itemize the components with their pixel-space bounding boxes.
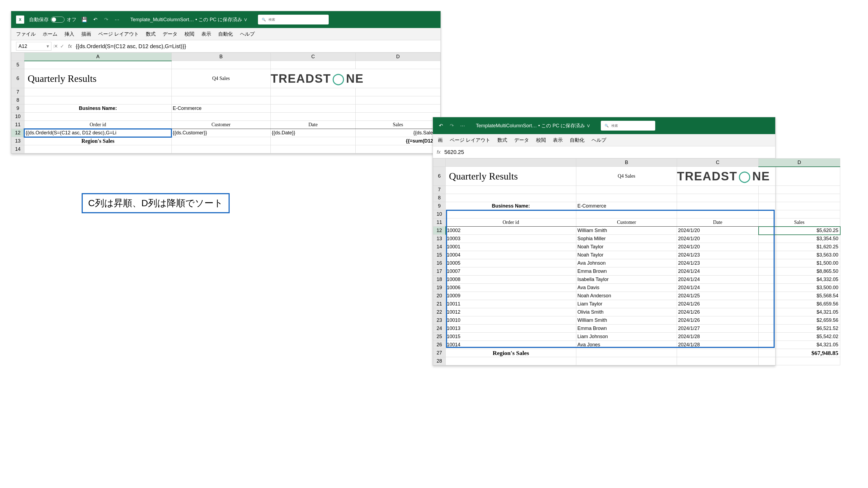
chevron-down-icon[interactable]: ▾ [46,43,49,49]
cell[interactable]: 10003 [446,235,576,243]
cell[interactable]: Olivia Smith [576,308,677,316]
row-header[interactable]: 10 [11,112,25,121]
cell[interactable] [355,104,440,112]
cell[interactable]: Region's Sales [446,349,576,357]
row-header[interactable]: 9 [11,104,25,112]
overflow-icon[interactable]: ⋯ [460,123,466,129]
cell[interactable]: 2024/1/20 [677,235,758,243]
cell[interactable] [271,137,355,145]
cell[interactable]: $1,620.25 [758,243,840,251]
formula-input[interactable] [443,148,775,156]
row-header[interactable]: 22 [433,308,446,316]
autosave-toggle[interactable]: 自動保存 オフ [29,16,76,23]
cell[interactable] [446,210,576,219]
row-header[interactable]: 14 [11,145,25,154]
column-header-cell[interactable]: Order id [446,219,576,227]
redo-icon[interactable]: ↷ [449,123,455,129]
search-input[interactable]: 🔍 検索 [601,121,655,131]
cell[interactable]: 10013 [446,325,576,333]
cell[interactable]: $5,620.25 [758,227,840,235]
row-header[interactable]: 26 [433,341,446,349]
row-header[interactable]: 11 [433,219,446,227]
cell[interactable]: $4,321.05 [758,308,840,316]
row-header[interactable]: 10 [433,210,446,219]
cell[interactable]: Noah Anderson [576,292,677,300]
spreadsheet-grid[interactable]: BCD6Quarterly ResultsQ4 SalesTREADST◯NE7… [433,158,775,365]
cell[interactable]: $3,563.00 [758,251,840,259]
cell[interactable]: William Smith [576,227,677,235]
ribbon-tab[interactable]: 自動化 [570,137,585,143]
cancel-icon[interactable]: ✕ [54,43,58,49]
row-header[interactable]: 19 [433,284,446,292]
cell[interactable]: $1,500.00 [758,259,840,267]
cell[interactable]: Business Name: [24,104,172,112]
cell[interactable] [677,349,758,357]
cell[interactable]: $6,659.56 [758,300,840,308]
cell[interactable] [355,88,440,96]
undo-icon[interactable]: ↶ [92,17,98,23]
cell[interactable]: {{ds.Date}} [271,129,355,137]
cell[interactable] [446,194,576,202]
col-header[interactable]: C [271,53,355,61]
row-header[interactable]: 9 [433,202,446,210]
cell[interactable] [576,357,677,365]
cell[interactable] [24,61,172,69]
cell[interactable]: $3,500.00 [758,284,840,292]
cell[interactable]: 10015 [446,333,576,341]
cell[interactable]: {{ds.Customer}} [172,129,271,137]
row-header[interactable]: 12 [433,227,446,235]
cell[interactable] [446,357,576,365]
cell[interactable]: 2024/1/24 [677,267,758,275]
ribbon-tab[interactable]: 自動化 [218,31,233,37]
cell[interactable] [172,61,271,69]
row-header[interactable]: 17 [433,267,446,275]
row-header[interactable]: 25 [433,333,446,341]
row-header[interactable]: 14 [433,243,446,251]
cell[interactable] [355,145,440,154]
cell[interactable]: $6,521.52 [758,325,840,333]
row-header[interactable]: 21 [433,300,446,308]
cell[interactable] [271,112,355,121]
col-header[interactable] [446,159,576,167]
selected-cell[interactable]: {{ds.OrderId(S=(C12 asc, D12 desc),G=Li [24,129,172,137]
row-header[interactable]: 12 [11,129,25,137]
cell[interactable] [271,96,355,104]
row-header[interactable]: 24 [433,325,446,333]
row-header[interactable]: 23 [433,316,446,325]
cell[interactable] [576,349,677,357]
cell[interactable]: Noah Taylor [576,251,677,259]
column-header-cell[interactable]: Order id [24,121,172,129]
cell[interactable]: 10002 [446,227,576,235]
cell[interactable]: $4,321.05 [758,341,840,349]
cell[interactable]: $5,568.54 [758,292,840,300]
cell[interactable]: {{ds.Sales}} [355,129,440,137]
ribbon-tab[interactable]: 表示 [202,31,211,37]
cell[interactable]: Emma Brown [576,267,677,275]
cell[interactable] [271,104,355,112]
cell[interactable]: 2024/1/26 [677,308,758,316]
cell[interactable]: 2024/1/23 [677,259,758,267]
cell[interactable] [24,96,172,104]
ribbon-tab[interactable]: 数式 [497,137,507,143]
cell[interactable]: 2024/1/27 [677,325,758,333]
overflow-icon[interactable]: ⋯ [114,17,120,23]
cell[interactable]: 10005 [446,259,576,267]
cell[interactable] [576,194,677,202]
cell[interactable] [24,88,172,96]
cell[interactable]: E-Commerce [172,104,271,112]
cell[interactable] [446,186,576,194]
cell[interactable]: Noah Taylor [576,243,677,251]
cell[interactable]: 10008 [446,275,576,284]
col-header[interactable]: D [758,159,840,167]
cell[interactable]: Region's Sales [24,137,172,145]
cell[interactable] [271,88,355,96]
ribbon-tab[interactable]: ページ レイアウト [98,31,139,37]
cell[interactable]: $2,659.56 [758,316,840,325]
cell[interactable] [677,202,758,210]
row-header[interactable]: 7 [11,88,25,96]
cell[interactable]: William Smith [576,316,677,325]
cell[interactable] [271,61,355,69]
name-box[interactable]: A12 ▾ [16,42,52,51]
row-header[interactable]: 5 [11,61,25,69]
cell[interactable] [24,112,172,121]
